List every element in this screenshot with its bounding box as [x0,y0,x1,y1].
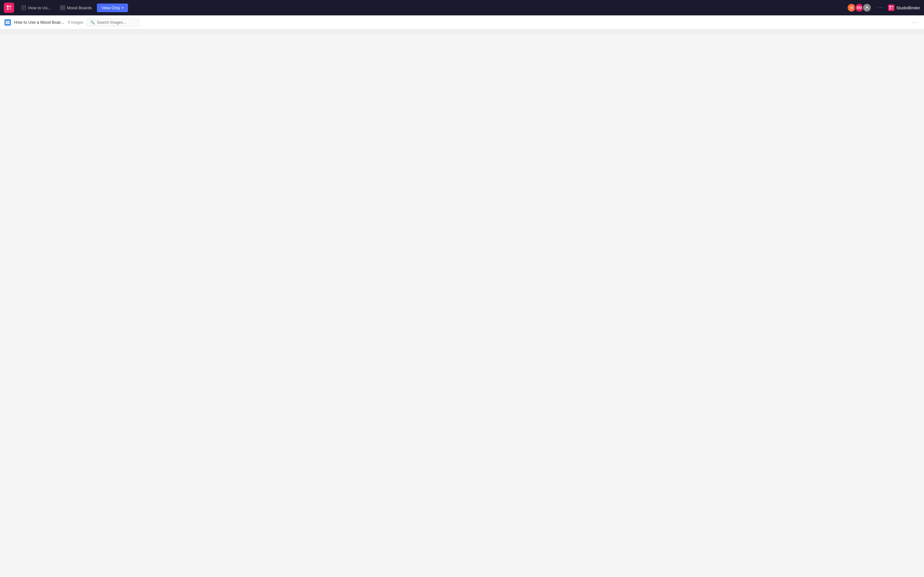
svg-rect-15 [889,8,891,10]
board-title: How to Use a Mood Boar... [14,20,64,25]
svg-rect-11 [63,8,65,10]
top-navigation: How to Us... Mood Boards View Only ▾ O R… [0,0,924,15]
app-logo[interactable] [4,3,14,13]
svg-rect-3 [9,8,11,10]
svg-rect-13 [889,6,891,7]
svg-rect-1 [9,5,11,7]
nav-tab-how-to[interactable]: How to Us... [17,3,55,12]
nav-tab-mood-boards[interactable]: Mood Boards [56,3,95,12]
search-icon: 🔍 [90,20,95,25]
search-bar[interactable]: 🔍 [87,19,139,26]
svg-rect-2 [7,8,9,10]
image-count: 9 images [68,20,83,25]
subheader: How to Use a Mood Boar... 9 images 🔍 ··· [0,15,924,29]
svg-rect-14 [892,6,893,7]
board-icon [5,19,11,26]
avatar-user-3 [863,3,871,12]
brand-name: StudioBinder [897,5,920,10]
image-grid: LIFESTYLE 13 [0,29,924,35]
svg-rect-0 [7,5,9,7]
svg-rect-9 [63,5,65,7]
view-only-label: View Only [102,5,120,10]
nav-tab-how-to-label: How to Us... [28,5,51,10]
svg-rect-16 [892,8,893,10]
brand-icon [888,5,895,11]
svg-rect-8 [60,5,62,7]
nav-more-button[interactable]: ··· [875,3,887,12]
brand-logo: StudioBinder [888,5,920,11]
svg-rect-10 [60,8,62,10]
subheader-more-button[interactable]: ··· [909,19,919,26]
chevron-down-icon: ▾ [122,6,124,10]
nav-tab-mood-boards-label: Mood Boards [67,5,92,10]
search-input[interactable] [97,20,136,25]
collaborator-avatars: O RD [847,3,871,12]
view-only-button[interactable]: View Only ▾ [97,3,128,12]
